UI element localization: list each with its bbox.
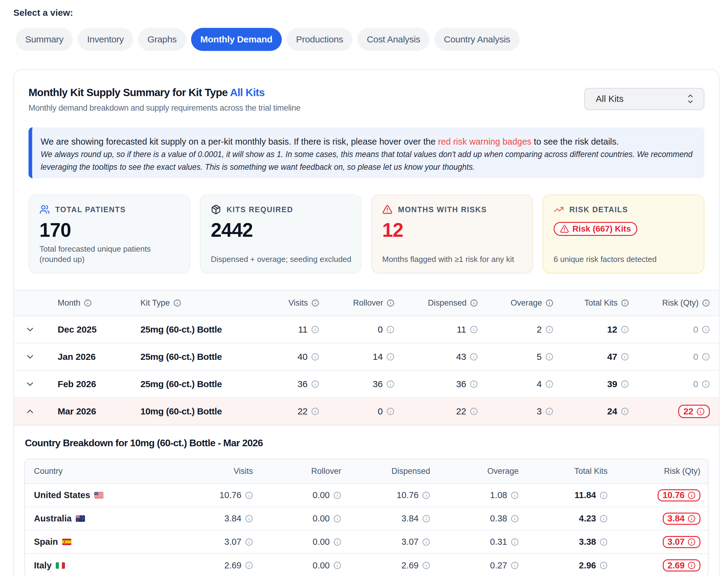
- column-header-total-kits: Total Kits: [556, 290, 632, 316]
- stat-kits-required: KITS REQUIRED 2442 Dispensed + overage; …: [200, 195, 362, 273]
- info-icon[interactable]: [600, 515, 608, 523]
- info-icon[interactable]: [333, 515, 341, 523]
- info-icon[interactable]: [511, 538, 519, 546]
- cell-country: Spain: [34, 537, 58, 547]
- info-icon[interactable]: [545, 407, 553, 415]
- info-icon[interactable]: [387, 299, 394, 307]
- cell-total_kits: 3.38: [579, 537, 596, 547]
- info-icon[interactable]: [311, 353, 319, 361]
- stat-description: 6 unique risk factors detected: [554, 254, 696, 264]
- kit-type-select[interactable]: All Kits: [584, 88, 704, 110]
- info-banner-line3: leveraging the tooltips to see the exact…: [40, 161, 647, 173]
- cell-country: United States: [34, 490, 90, 500]
- country-breakdown-section: Country Breakdown for 10mg (60-ct.) Bott…: [14, 425, 719, 576]
- risk-kits-badge[interactable]: Risk (667) Kits: [554, 222, 637, 236]
- info-icon[interactable]: [470, 325, 478, 334]
- cell-risk: 0: [693, 352, 698, 362]
- tab-graphs[interactable]: Graphs: [138, 28, 186, 51]
- chevron-down-icon[interactable]: [25, 352, 35, 362]
- info-icon[interactable]: [600, 561, 608, 569]
- info-icon[interactable]: [311, 325, 319, 334]
- tab-monthly-demand[interactable]: Monthly Demand: [191, 28, 282, 51]
- info-icon[interactable]: [333, 561, 341, 569]
- cell-visits: 36: [298, 379, 308, 389]
- info-icon[interactable]: [621, 380, 629, 388]
- info-icon[interactable]: [387, 380, 394, 388]
- tab-productions[interactable]: Productions: [287, 28, 353, 51]
- info-icon[interactable]: [511, 491, 519, 499]
- stat-label: KITS REQUIRED: [227, 205, 293, 214]
- info-icon[interactable]: [600, 491, 608, 499]
- tab-country-analysis[interactable]: Country Analysis: [435, 28, 520, 51]
- tab-cost-analysis[interactable]: Cost Analysis: [357, 28, 429, 51]
- country-breakdown-title: Country Breakdown for 10mg (60-ct.) Bott…: [25, 436, 708, 450]
- info-icon[interactable]: [245, 561, 253, 569]
- risk-qty-badge[interactable]: 3.84: [663, 513, 700, 525]
- cell-overage: 5: [537, 352, 542, 362]
- chevron-down-icon[interactable]: [25, 379, 35, 389]
- risk-qty-badge[interactable]: 22: [678, 405, 710, 418]
- risk-warning-highlight: red risk warning badges: [438, 137, 531, 146]
- info-icon[interactable]: [245, 491, 253, 499]
- info-icon[interactable]: [702, 325, 710, 334]
- info-icon[interactable]: [422, 561, 430, 569]
- monthly-row-mar-2026[interactable]: Mar 202610mg (60-ct.) Bottle2202232422: [14, 398, 719, 425]
- info-icon[interactable]: [470, 299, 478, 307]
- monthly-row-jan-2026[interactable]: Jan 202625mg (60-ct.) Bottle4014435470: [14, 343, 719, 371]
- info-icon[interactable]: [84, 299, 92, 307]
- info-icon[interactable]: [173, 299, 181, 307]
- info-icon[interactable]: [621, 325, 629, 334]
- chevron-up-icon[interactable]: [25, 406, 35, 416]
- info-icon[interactable]: [333, 491, 341, 499]
- info-icon[interactable]: [702, 299, 710, 307]
- column-header-month: Month: [46, 290, 128, 316]
- info-icon[interactable]: [621, 353, 629, 361]
- info-icon[interactable]: [600, 538, 608, 546]
- info-icon[interactable]: [311, 380, 319, 388]
- info-icon[interactable]: [245, 515, 253, 523]
- info-icon[interactable]: [511, 561, 519, 569]
- info-icon[interactable]: [470, 407, 478, 415]
- info-icon[interactable]: [333, 538, 341, 546]
- chevron-down-icon[interactable]: [25, 324, 35, 335]
- info-icon[interactable]: [387, 353, 394, 361]
- cell-dispensed: 10.76: [396, 490, 419, 500]
- info-icon[interactable]: [511, 515, 519, 523]
- expander-column-header: [14, 290, 46, 316]
- cell-rollover: 0.00: [313, 560, 330, 571]
- risk-qty-badge[interactable]: 2.69: [663, 559, 700, 572]
- monthly-row-dec-2025[interactable]: Dec 202525mg (60-ct.) Bottle110112120: [14, 316, 719, 343]
- info-icon[interactable]: [621, 407, 629, 415]
- info-icon[interactable]: [311, 407, 319, 415]
- country-row-au: Australia3.840.003.840.384.233.84: [25, 507, 708, 530]
- info-icon[interactable]: [311, 299, 319, 307]
- info-icon[interactable]: [470, 353, 478, 361]
- risk-qty-value: 3.84: [668, 514, 684, 523]
- cell-risk: 0: [693, 379, 698, 389]
- cell-total_kits: 11.84: [575, 490, 596, 500]
- risk-qty-badge[interactable]: 3.07: [663, 536, 700, 548]
- risk-qty-badge[interactable]: 10.76: [657, 489, 700, 501]
- info-icon[interactable]: [422, 515, 430, 523]
- info-icon[interactable]: [546, 299, 553, 307]
- country-row-es: Spain3.070.003.070.313.383.07: [25, 530, 708, 553]
- stat-cards: TOTAL PATIENTS 170 Total forecasted uniq…: [29, 195, 704, 273]
- info-icon[interactable]: [545, 325, 553, 334]
- info-icon[interactable]: [545, 380, 553, 388]
- tab-inventory[interactable]: Inventory: [78, 28, 133, 51]
- info-icon[interactable]: [702, 380, 710, 388]
- info-icon[interactable]: [387, 325, 394, 334]
- info-icon[interactable]: [621, 299, 629, 307]
- trending-up-icon: [554, 204, 564, 214]
- info-icon[interactable]: [387, 407, 394, 415]
- cell-rollover: 0: [377, 324, 383, 335]
- tab-summary[interactable]: Summary: [16, 28, 73, 51]
- monthly-row-feb-2026[interactable]: Feb 202625mg (60-ct.) Bottle3636364390: [14, 371, 719, 398]
- info-icon[interactable]: [422, 538, 430, 546]
- info-icon: [688, 515, 696, 523]
- info-icon[interactable]: [422, 491, 430, 499]
- info-icon[interactable]: [545, 353, 553, 361]
- info-icon[interactable]: [702, 353, 710, 361]
- info-icon[interactable]: [245, 538, 253, 546]
- info-icon[interactable]: [470, 380, 478, 388]
